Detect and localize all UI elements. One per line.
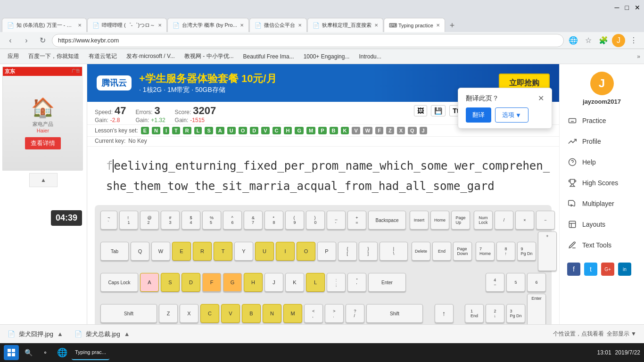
key-num5[interactable]: 5 bbox=[506, 273, 525, 292]
key-slash[interactable]: ?/ bbox=[346, 304, 364, 323]
key-7[interactable]: &7 bbox=[244, 211, 263, 230]
menu-btn[interactable]: ⋮ bbox=[627, 34, 640, 47]
translate-icon[interactable]: 🌐 bbox=[567, 34, 580, 47]
key-a[interactable]: A bbox=[140, 273, 159, 292]
key-delete[interactable]: Delete bbox=[412, 242, 430, 261]
tab-4[interactable]: 📄 微信公众平台 ✕ bbox=[249, 18, 307, 32]
key-minus[interactable]: _- bbox=[327, 211, 346, 230]
key-e[interactable]: E bbox=[172, 242, 191, 261]
googleplus-icon[interactable]: G+ bbox=[601, 263, 614, 276]
sidebar-item-multiplayer[interactable]: Multiplayer bbox=[560, 194, 644, 214]
key-9[interactable]: (9 bbox=[285, 211, 304, 230]
key-r[interactable]: R bbox=[193, 242, 212, 261]
key-v[interactable]: V bbox=[221, 304, 240, 323]
key-m[interactable]: M bbox=[283, 304, 302, 323]
key-g[interactable]: G bbox=[223, 273, 242, 292]
key-8[interactable]: *8 bbox=[264, 211, 283, 230]
bookmark-youdao[interactable]: 有道云笔记 bbox=[85, 51, 121, 61]
key-s[interactable]: S bbox=[161, 273, 180, 292]
refresh-btn[interactable]: ↻ bbox=[36, 34, 49, 47]
key-t[interactable]: T bbox=[214, 242, 232, 261]
key-k[interactable]: K bbox=[285, 273, 304, 292]
linkedin-icon[interactable]: in bbox=[618, 263, 631, 276]
bookmarks-more[interactable]: » bbox=[637, 53, 640, 60]
sidebar-item-help[interactable]: Help bbox=[560, 152, 644, 172]
key-num-slash[interactable]: / bbox=[495, 211, 513, 230]
maximize-btn[interactable]: □ bbox=[625, 4, 629, 11]
tab-close-6[interactable]: ✕ bbox=[436, 23, 440, 28]
bookmark-microsoft[interactable]: 发布·microsoft / V... bbox=[123, 51, 179, 61]
key-comma[interactable]: <, bbox=[304, 304, 323, 323]
download-chevron-1[interactable]: ▲ bbox=[57, 330, 63, 337]
back-btn[interactable]: ‹ bbox=[4, 34, 17, 47]
key-backspace[interactable]: Backspace bbox=[368, 211, 406, 230]
key-pageup[interactable]: PageUp bbox=[451, 211, 470, 230]
sidebar-item-texttools[interactable]: Text Tools bbox=[560, 235, 644, 255]
scroll-top-btn[interactable]: ▲ bbox=[29, 173, 58, 187]
key-lshift[interactable]: Shift bbox=[100, 304, 157, 323]
key-period[interactable]: >. bbox=[325, 304, 344, 323]
key-lbracket[interactable]: {[ bbox=[338, 242, 357, 261]
translate-options-btn[interactable]: 选项 ▼ bbox=[495, 107, 528, 123]
bookmark-jiaoshi[interactable]: 教视网 - 中小学优... bbox=[181, 51, 238, 61]
taskbar-start[interactable] bbox=[4, 345, 19, 360]
close-btn[interactable]: ✕ bbox=[635, 4, 640, 11]
key-num6[interactable]: 6 bbox=[527, 273, 546, 292]
key-y[interactable]: Y bbox=[234, 242, 253, 261]
taskbar-search[interactable]: 🔍 bbox=[21, 345, 36, 360]
key-num1[interactable]: 1End bbox=[465, 304, 484, 323]
profile-btn[interactable]: J bbox=[612, 34, 625, 47]
bookmark-apps[interactable]: 应用 bbox=[4, 51, 23, 61]
key-capslock[interactable]: Caps Lock bbox=[100, 273, 138, 292]
key-num2[interactable]: 2↓ bbox=[486, 304, 504, 323]
image-btn[interactable]: 🖼 bbox=[414, 105, 427, 116]
key-home[interactable]: Home bbox=[430, 211, 449, 230]
taskbar-chrome[interactable]: 🌐 bbox=[55, 345, 70, 360]
key-0[interactable]: )0 bbox=[306, 211, 325, 230]
save-btn[interactable]: 💾 bbox=[431, 105, 446, 116]
forward-btn[interactable]: › bbox=[20, 34, 33, 47]
download-item-1[interactable]: 📄 柴犬囧押.jpg ▲ bbox=[8, 330, 63, 338]
tab-5[interactable]: 📄 狄摩根定理_百度搜索 ✕ bbox=[307, 18, 383, 32]
sidebar-item-profile[interactable]: Profile bbox=[560, 132, 644, 151]
key-quote[interactable]: "' bbox=[347, 273, 366, 292]
bookmark-btn[interactable]: ☆ bbox=[582, 34, 595, 47]
key-l[interactable]: L bbox=[306, 273, 325, 292]
key-num-asterisk[interactable]: × bbox=[515, 211, 534, 230]
key-enter[interactable]: Enter bbox=[368, 273, 406, 292]
tab-2[interactable]: 📄 哔哩哔哩 (゜-゜)つロ～ ✕ bbox=[87, 18, 167, 32]
key-insert[interactable]: Insert bbox=[410, 211, 429, 230]
key-d[interactable]: D bbox=[182, 273, 200, 292]
download-chevron-2[interactable]: ▲ bbox=[124, 330, 130, 337]
new-tab-btn[interactable]: + bbox=[446, 19, 459, 32]
key-f[interactable]: F bbox=[202, 273, 221, 292]
key-semicolon[interactable]: :; bbox=[327, 273, 346, 292]
key-4[interactable]: $4 bbox=[182, 211, 200, 230]
key-pagedown[interactable]: PageDown bbox=[453, 242, 472, 261]
key-numlock[interactable]: NumLock bbox=[474, 211, 493, 230]
bookmark-1000[interactable]: 1000+ Engaging... bbox=[300, 52, 354, 61]
key-x[interactable]: X bbox=[180, 304, 198, 323]
key-5[interactable]: %5 bbox=[202, 211, 221, 230]
download-item-2[interactable]: 📄 柴犬总裁.jpg ▲ bbox=[74, 330, 130, 338]
bookmark-images[interactable]: Beautiful Free Ima... bbox=[239, 52, 298, 61]
key-i[interactable]: I bbox=[276, 242, 295, 261]
tab-1[interactable]: 📄 知 (6条消息) 万里一 - 知... ✕ bbox=[2, 18, 87, 32]
tab-close-4[interactable]: ✕ bbox=[298, 23, 302, 28]
address-bar[interactable] bbox=[52, 34, 564, 47]
key-w[interactable]: W bbox=[151, 242, 170, 261]
tab-3[interactable]: 📄 台湾大学 概率 (by Pro... ✕ bbox=[167, 18, 249, 32]
typing-area[interactable]: feeliving_enturning_fixed_per_prom_name_… bbox=[87, 147, 559, 201]
translate-close-btn[interactable]: ✕ bbox=[538, 94, 544, 103]
facebook-icon[interactable]: f bbox=[567, 263, 580, 276]
key-end[interactable]: End bbox=[432, 242, 451, 261]
key-h[interactable]: H bbox=[244, 273, 263, 292]
bookmark-intro[interactable]: Introdu... bbox=[355, 52, 385, 61]
key-num-minus[interactable]: − bbox=[536, 211, 555, 230]
sidebar-item-practice[interactable]: Practice bbox=[560, 111, 644, 131]
key-rbracket[interactable]: }] bbox=[359, 242, 378, 261]
key-c[interactable]: C bbox=[200, 304, 219, 323]
key-num3[interactable]: 3Pg Dn bbox=[506, 304, 525, 323]
key-equals[interactable]: += bbox=[347, 211, 366, 230]
key-num9[interactable]: 9Pg Dn bbox=[517, 242, 536, 261]
